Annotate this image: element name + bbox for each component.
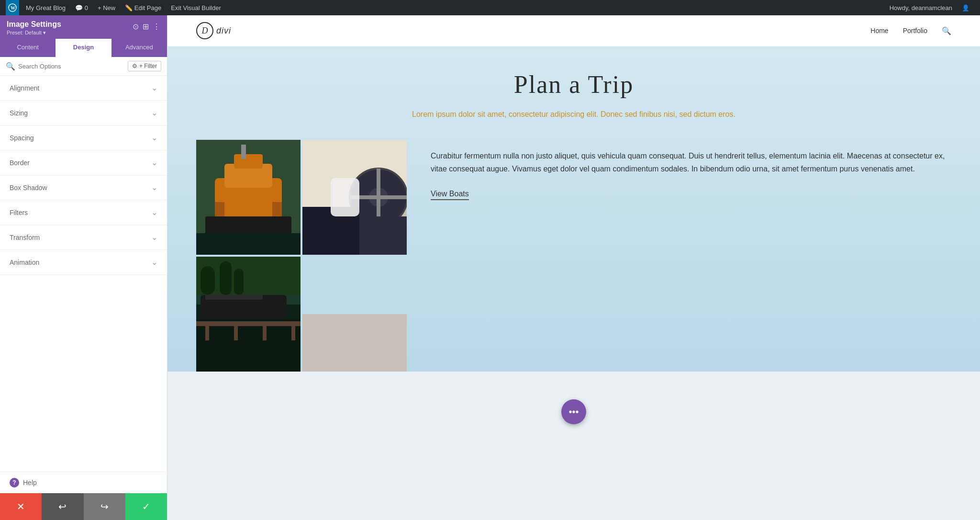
setting-border[interactable]: Border ⌄ xyxy=(0,150,167,175)
filter-icon: ⚙ xyxy=(132,63,137,69)
main-layout: Image Settings Preset: Default ▾ ⊙ ⊞ ⋮ C… xyxy=(0,15,980,520)
sidebar-preset[interactable]: Preset: Default ▾ xyxy=(7,30,61,36)
chevron-down-icon: ⌄ xyxy=(151,83,157,92)
sidebar-search-bar: 🔍 ⚙ + Filter xyxy=(0,57,167,76)
admin-bar-avatar[interactable]: 👤 xyxy=(957,0,974,15)
grid-icon[interactable]: ⊞ xyxy=(143,22,149,31)
sidebar-header: Image Settings Preset: Default ▾ ⊙ ⊞ ⋮ xyxy=(0,15,167,39)
admin-bar-comments[interactable]: 💬 0 xyxy=(70,0,93,15)
fab-button[interactable]: ••• xyxy=(561,399,586,424)
sidebar-header-icons: ⊙ ⊞ ⋮ xyxy=(133,22,160,31)
nav-home[interactable]: Home xyxy=(870,27,888,34)
chevron-down-icon: ⌄ xyxy=(151,183,157,192)
svg-rect-29 xyxy=(220,261,232,295)
more-options-icon[interactable]: ⋮ xyxy=(153,22,160,31)
setting-alignment[interactable]: Alignment ⌄ xyxy=(0,76,167,101)
svg-rect-7 xyxy=(205,216,291,236)
redo-icon: ↪ xyxy=(100,501,109,512)
tab-content[interactable]: Content xyxy=(0,39,56,57)
svg-rect-28 xyxy=(200,266,215,295)
svg-rect-34 xyxy=(263,326,267,340)
logo-circle-icon: D xyxy=(196,22,213,39)
hero-image-bottom-left xyxy=(196,257,301,372)
fab-dots-icon: ••• xyxy=(568,407,579,418)
chevron-down-icon: ⌄ xyxy=(151,258,157,267)
chevron-down-icon: ⌄ xyxy=(151,233,157,242)
edit-icon: ✏️ xyxy=(125,4,133,11)
settings-sidebar: Image Settings Preset: Default ▾ ⊙ ⊞ ⋮ C… xyxy=(0,15,167,520)
nav-portfolio[interactable]: Portfolio xyxy=(903,27,927,34)
chevron-down-icon: ⌄ xyxy=(151,208,157,217)
help-footer[interactable]: ? Help xyxy=(0,472,167,493)
site-header: D divi Home Portfolio 🔍 xyxy=(167,15,980,46)
howdy-label: Howdy, deannamclean xyxy=(885,4,957,11)
plus-icon: + xyxy=(98,4,101,11)
hero-section: Plan a Trip Lorem ipsum dolor sit amet, … xyxy=(167,46,980,372)
search-icon: 🔍 xyxy=(6,62,15,71)
svg-rect-21 xyxy=(331,178,359,216)
logo-wordmark: divi xyxy=(216,26,231,36)
setting-filters[interactable]: Filters ⌄ xyxy=(0,200,167,225)
svg-rect-30 xyxy=(234,269,244,295)
hero-subtitle: Lorem ipsum dolor sit amet, consectetur … xyxy=(406,108,741,121)
site-navigation: Home Portfolio 🔍 xyxy=(870,26,951,35)
hero-title: Plan a Trip xyxy=(196,70,951,99)
chevron-down-icon: ⌄ xyxy=(151,158,157,167)
admin-bar-edit-page[interactable]: ✏️ Edit Page xyxy=(120,0,166,15)
cancel-button[interactable]: ✕ xyxy=(0,493,42,520)
wp-logo-icon[interactable]: W xyxy=(6,0,19,15)
svg-rect-20 xyxy=(359,216,407,255)
search-input[interactable] xyxy=(18,63,125,70)
svg-rect-26 xyxy=(196,319,301,372)
svg-rect-10 xyxy=(272,202,282,216)
svg-rect-9 xyxy=(215,202,224,216)
redo-button[interactable]: ↪ xyxy=(84,493,125,520)
svg-rect-6 xyxy=(241,145,246,159)
hero-body-text: Curabitur fermentum nulla non justo aliq… xyxy=(431,149,951,175)
site-name-label: My Great Blog xyxy=(26,4,66,11)
filter-button[interactable]: ⚙ + Filter xyxy=(128,61,161,71)
setting-transform[interactable]: Transform ⌄ xyxy=(0,225,167,250)
setting-sizing[interactable]: Sizing ⌄ xyxy=(0,101,167,125)
site-search-icon[interactable]: 🔍 xyxy=(942,26,951,35)
setting-box-shadow[interactable]: Box Shadow ⌄ xyxy=(0,175,167,200)
tab-design[interactable]: Design xyxy=(56,39,111,57)
site-logo: D divi xyxy=(196,22,231,39)
svg-rect-31 xyxy=(196,321,301,326)
setting-spacing[interactable]: Spacing ⌄ xyxy=(0,125,167,150)
comment-icon: 💬 xyxy=(75,4,83,11)
svg-rect-8 xyxy=(196,233,301,255)
chevron-down-icon: ⌄ xyxy=(151,133,157,142)
copy-icon[interactable]: ⊙ xyxy=(133,22,139,31)
chevron-down-icon: ⌄ xyxy=(151,108,157,117)
save-button[interactable]: ✓ xyxy=(125,493,167,520)
help-icon: ? xyxy=(10,478,19,487)
settings-list: Alignment ⌄ Sizing ⌄ Spacing ⌄ Border ⌄ … xyxy=(0,76,167,472)
save-icon: ✓ xyxy=(142,501,150,512)
svg-rect-33 xyxy=(234,326,238,340)
undo-icon: ↩ xyxy=(58,501,67,512)
sidebar-tabs: Content Design Advanced xyxy=(0,39,167,57)
svg-rect-5 xyxy=(234,154,263,169)
hero-image-top-left xyxy=(196,140,301,255)
view-boats-link[interactable]: View Boats xyxy=(431,190,469,200)
hero-images-grid xyxy=(196,140,407,372)
admin-bar-new[interactable]: + New xyxy=(93,0,120,15)
undo-button[interactable]: ↩ xyxy=(42,493,83,520)
sidebar-title: Image Settings xyxy=(7,20,61,29)
hero-text-area: Curabitur fermentum nulla non justo aliq… xyxy=(431,140,951,200)
admin-bar-exit-builder[interactable]: Exit Visual Builder xyxy=(166,0,226,15)
svg-rect-32 xyxy=(205,326,209,340)
cancel-icon: ✕ xyxy=(17,501,25,512)
svg-text:W: W xyxy=(11,5,15,11)
bottom-toolbar: ✕ ↩ ↪ ✓ xyxy=(0,493,167,520)
hero-image-top-right xyxy=(302,140,407,255)
hero-content: Curabitur fermentum nulla non justo aliq… xyxy=(196,140,951,372)
page-content-area: D divi Home Portfolio 🔍 Plan a Trip Lore… xyxy=(167,15,980,520)
admin-bar-site[interactable]: My Great Blog xyxy=(21,0,70,15)
help-label: Help xyxy=(23,479,37,486)
tab-advanced[interactable]: Advanced xyxy=(111,39,167,57)
wp-admin-bar: W My Great Blog 💬 0 + New ✏️ Edit Page E… xyxy=(0,0,980,15)
setting-animation[interactable]: Animation ⌄ xyxy=(0,250,167,275)
svg-rect-35 xyxy=(291,326,295,340)
